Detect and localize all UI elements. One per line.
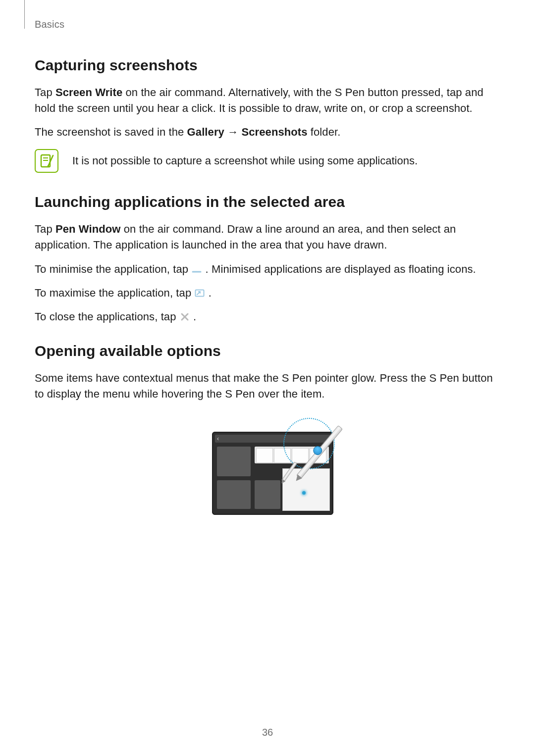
paragraph-maximise: To maximise the application, tap . <box>35 285 500 301</box>
manual-page: Basics Capturing screenshots Tap Screen … <box>0 0 535 756</box>
paragraph-minimise: To minimise the application, tap . Minim… <box>35 261 500 277</box>
text: To close the applications, tap <box>35 310 179 323</box>
text: To maximise the application, tap <box>35 287 194 299</box>
text: The screenshot is saved in the <box>35 126 187 138</box>
bold-screen-write: Screen Write <box>55 86 122 99</box>
text: . <box>209 287 212 299</box>
bold-gallery: Gallery <box>187 126 224 138</box>
text: . <box>193 310 196 323</box>
note-text: It is not possible to capture a screensh… <box>72 153 418 169</box>
figure-tile <box>217 447 251 476</box>
page-number: 36 <box>0 727 535 738</box>
paragraph: Some items have contextual menus that ma… <box>35 370 500 402</box>
figure-tile <box>217 480 251 509</box>
paragraph: The screenshot is saved in the Gallery →… <box>35 124 500 140</box>
figure-spen-hover: ‹ <box>188 412 347 521</box>
minimise-icon <box>191 266 202 274</box>
text: Tap <box>35 223 55 235</box>
maximise-icon <box>194 289 205 297</box>
figure-hover-card <box>282 468 330 511</box>
heading-capturing-screenshots: Capturing screenshots <box>35 57 500 74</box>
paragraph-close: To close the applications, tap . <box>35 309 500 325</box>
heading-opening-options: Opening available options <box>35 343 500 359</box>
crop-mark <box>24 0 25 29</box>
note-icon <box>35 149 58 173</box>
close-icon <box>179 313 190 321</box>
running-head: Basics <box>35 19 500 30</box>
bold-screenshots: Screenshots <box>241 126 307 138</box>
text: folder. <box>308 126 341 138</box>
paragraph: Tap Pen Window on the air command. Draw … <box>35 221 500 253</box>
figure-tile <box>255 480 280 509</box>
bold-pen-window: Pen Window <box>55 223 121 235</box>
arrow-text: → <box>224 126 242 138</box>
paragraph: Tap Screen Write on the air command. Alt… <box>35 85 500 116</box>
heading-launching-apps: Launching applications in the selected a… <box>35 194 500 210</box>
figure-thumb <box>256 448 273 463</box>
text: Tap <box>35 86 55 99</box>
text: . Minimised applications are displayed a… <box>206 263 476 275</box>
chevron-left-icon: ‹ <box>217 436 219 442</box>
text: To minimise the application, tap <box>35 263 191 275</box>
note-row: It is not possible to capture a screensh… <box>35 149 500 173</box>
